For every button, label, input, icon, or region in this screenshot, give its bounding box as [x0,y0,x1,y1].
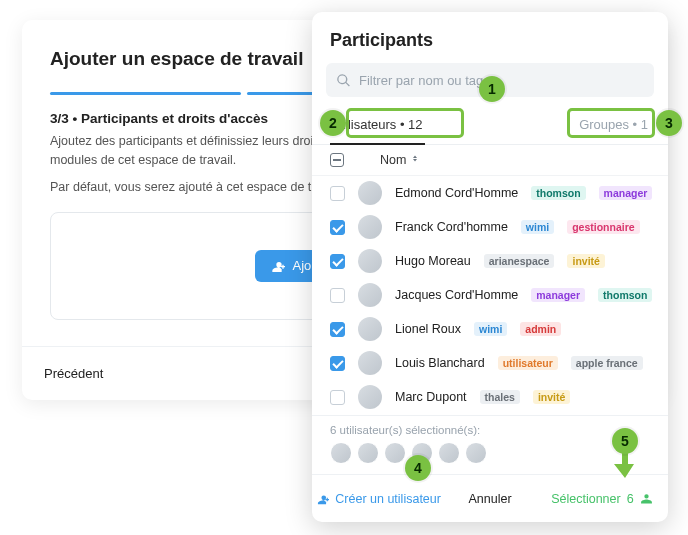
cancel-button[interactable]: Annuler [444,475,536,522]
create-user-label: Créer un utilisateur [335,492,441,506]
callout-2: 2 [320,110,346,136]
callout-1: 1 [479,76,505,102]
tag: thomson [598,288,652,302]
search-icon [336,73,351,88]
avatar [358,181,382,205]
tabs: Utilisateurs • 12 Groupes • 1 [312,107,668,145]
selected-avatars [330,442,650,464]
table-row: Louis Blanchardutilisateurapple france [312,346,668,380]
row-checkbox[interactable] [330,220,345,235]
table-row: Franck Cord'hommewimigestionnaire [312,210,668,244]
tag: manager [531,288,585,302]
user-name: Franck Cord'homme [395,220,508,234]
avatar [358,351,382,375]
previous-button[interactable]: Précédent [44,366,103,381]
avatar [465,442,487,464]
table-row: Jacques Cord'Hommemanagerthomson [312,278,668,312]
tab-groups[interactable]: Groupes • 1 [577,107,650,144]
select-label: Sélectionner [551,492,621,506]
user-plus-icon [315,492,329,506]
user-name: Hugo Moreau [395,254,471,268]
arrow-down-icon [614,452,636,482]
user-list: Edmond Cord'HommethomsonmanagerFranck Co… [312,176,668,415]
panel-title: Participants [312,12,668,63]
select-count: 6 [627,492,634,506]
column-name[interactable]: Nom [380,153,420,167]
user-name: Louis Blanchard [395,356,485,370]
table-row: Marc Dupontthalesinvité [312,380,668,414]
user-name: Edmond Cord'Homme [395,186,518,200]
tag: gestionnaire [567,220,639,234]
avatar [358,385,382,409]
tag: invité [533,390,570,404]
avatar [330,442,352,464]
row-checkbox[interactable] [330,288,345,303]
select-all-checkbox[interactable] [330,153,344,167]
create-user-button[interactable]: Créer un utilisateur [312,475,444,522]
row-checkbox[interactable] [330,186,345,201]
avatar [358,249,382,273]
row-checkbox[interactable] [330,390,345,405]
row-checkbox[interactable] [330,356,345,371]
avatar [358,215,382,239]
user-name: Marc Dupont [395,390,467,404]
tag: utilisateur [498,356,558,370]
row-checkbox[interactable] [330,322,345,337]
table-row: Hugo Moreauarianespaceinvité [312,244,668,278]
callout-5: 5 [612,428,638,454]
callout-4: 4 [405,455,431,481]
tag: apple france [571,356,643,370]
tag: invité [567,254,604,268]
tag: wimi [521,220,554,234]
tag: admin [520,322,561,336]
tag: thales [480,390,520,404]
avatar [358,283,382,307]
select-button[interactable]: Sélectionner 6 [536,475,668,522]
tag: manager [599,186,653,200]
sort-icon [410,155,420,165]
user-plus-icon [269,258,285,274]
tag: thomson [531,186,585,200]
row-checkbox[interactable] [330,254,345,269]
table-row: Edmond Cord'Hommethomsonmanager [312,176,668,210]
selection-label: 6 utilisateur(s) sélectionné(s): [330,424,650,436]
user-icon [640,492,653,505]
list-header: Nom [312,145,668,176]
avatar [358,317,382,341]
tag: wimi [474,322,507,336]
user-name: Jacques Cord'Homme [395,288,518,302]
step-1 [50,92,241,95]
callout-3: 3 [656,110,682,136]
avatar [384,442,406,464]
avatar [357,442,379,464]
avatar [438,442,460,464]
tag: arianespace [484,254,555,268]
table-row: Lionel Rouxwimiadmin [312,312,668,346]
user-name: Lionel Roux [395,322,461,336]
column-name-label: Nom [380,153,406,167]
